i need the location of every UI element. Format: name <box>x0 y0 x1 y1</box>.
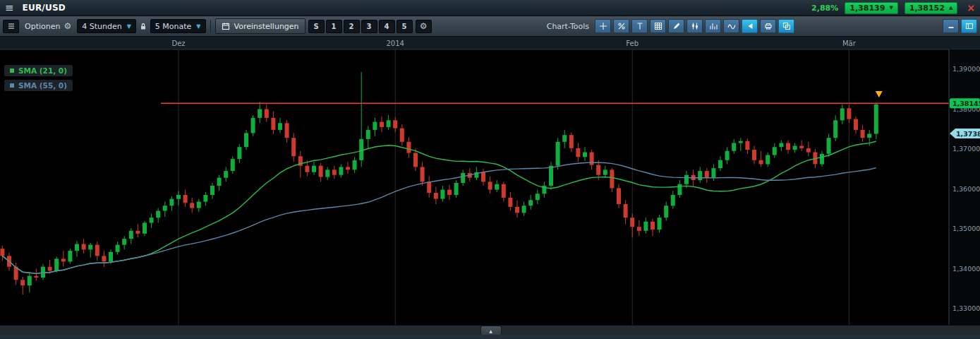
legend-item[interactable]: SMA (55, 0) <box>4 80 73 91</box>
options-button[interactable]: Optionen ⚙ <box>22 22 74 31</box>
up-arrow-icon: ▲ <box>949 5 952 11</box>
presets-button[interactable]: Voreinstellungen <box>215 18 306 34</box>
chart-canvas[interactable]: Dez2014FebMär1,390001,380001,370001,3600… <box>0 37 980 325</box>
percent-tool-button[interactable] <box>613 19 629 33</box>
legend-label: SMA (21, 0) <box>18 66 67 75</box>
chevron-down-icon: ▼ <box>127 23 131 30</box>
price-axis-label: 1,36000 <box>952 185 980 193</box>
chart-area: Dez2014FebMär1,390001,380001,370001,3600… <box>0 37 980 325</box>
time-axis-strip <box>0 37 980 49</box>
tool-buttons <box>595 19 794 33</box>
gear-icon: ⚙ <box>63 22 71 30</box>
alert-price-badge: 1,38145 <box>950 98 980 108</box>
calendar-icon <box>222 22 230 30</box>
titlebar-right: 2,88% 1,38139 ▼ 1,38152 ▲ × <box>811 2 975 14</box>
chart-tools-group: Chart-Tools <box>547 19 794 33</box>
divider <box>210 20 211 32</box>
trading-chart-window: ≡ EUR/USD 2,88% 1,38139 ▼ 1,38152 ▲ × Op… <box>0 0 980 339</box>
menu-icon[interactable]: ≡ <box>5 3 14 13</box>
candlestick-series <box>0 72 878 295</box>
wave-tool-button[interactable] <box>723 19 739 33</box>
settings-button[interactable]: ⚙ <box>416 20 432 33</box>
wave-icon <box>727 22 736 30</box>
legend-swatch-icon <box>10 69 14 73</box>
chart-list-button[interactable] <box>3 20 19 33</box>
preset-buttons-group: S12345 <box>308 20 413 33</box>
sma-21-line[interactable] <box>2 141 876 273</box>
chart-tools-label: Chart-Tools <box>547 22 589 31</box>
percent-icon <box>617 22 626 30</box>
legend-label: SMA (55, 0) <box>18 81 67 90</box>
sell-price-badge[interactable]: 1,38139 ▼ <box>845 2 898 14</box>
panel-tool-button[interactable] <box>961 19 977 33</box>
draw-tool-button[interactable] <box>668 19 684 33</box>
scrollbar-grip[interactable]: ▲ <box>480 326 502 335</box>
crosshair-tool-button[interactable] <box>595 19 611 33</box>
symbol-title: EUR/USD <box>23 3 66 13</box>
price-axis-label: 1,35000 <box>952 225 980 232</box>
timeframe-value: 4 Stunden <box>82 22 121 31</box>
chart-titlebar: ≡ EUR/USD 2,88% 1,38139 ▼ 1,38152 ▲ × <box>0 0 980 16</box>
window-tools-group <box>943 19 977 33</box>
alert-marker-icon[interactable] <box>876 91 883 97</box>
panel-icon <box>965 22 974 30</box>
pointer-icon <box>746 22 754 30</box>
preset-1-button[interactable]: 1 <box>326 20 342 33</box>
horizontal-scrollbar[interactable]: ▲ <box>0 325 980 335</box>
minimize-tool-button[interactable] <box>943 19 959 33</box>
change-percent: 2,88% <box>811 4 838 13</box>
sell-price: 1,38139 <box>849 4 885 13</box>
bars-icon <box>709 22 718 30</box>
draw-icon <box>672 22 681 30</box>
time-axis-label: Mär <box>842 40 857 47</box>
price-axis-label: 1,37000 <box>952 145 980 153</box>
chart-toolbar: Optionen ⚙ 4 Stunden ▼ 5 Monate ▼ Vorein… <box>0 16 980 37</box>
legend-item[interactable]: SMA (21, 0) <box>4 65 73 76</box>
buy-price: 1,38152 <box>909 4 945 13</box>
time-axis-label: Feb <box>626 40 639 47</box>
minimize-icon <box>947 22 955 30</box>
compare-icon <box>782 22 791 30</box>
sma-55-line[interactable] <box>2 162 876 273</box>
svg-text:1,38145: 1,38145 <box>952 100 980 107</box>
compare-tool-button[interactable] <box>778 19 794 33</box>
candles-tool-button[interactable] <box>686 19 703 33</box>
range-dropdown[interactable]: 5 Monate ▼ <box>150 19 206 33</box>
price-axis-label: 1,33000 <box>952 304 980 312</box>
preset-5-button[interactable]: 5 <box>397 20 413 33</box>
current-price-badge: 1,37387 <box>950 129 980 138</box>
time-axis-label: Dez <box>171 40 185 47</box>
bars-tool-button[interactable] <box>705 19 721 33</box>
print-icon <box>764 22 773 30</box>
options-label: Optionen <box>25 22 60 31</box>
list-icon <box>7 22 16 30</box>
pointer-tool-button[interactable] <box>742 19 758 33</box>
gear-icon: ⚙ <box>420 22 428 30</box>
lock-icon[interactable] <box>139 22 147 30</box>
preset-4-button[interactable]: 4 <box>379 20 395 33</box>
grid-icon <box>654 22 663 30</box>
timeframe-dropdown[interactable]: 4 Stunden ▼ <box>77 19 136 33</box>
chevron-down-icon: ▼ <box>196 23 200 30</box>
status-strip <box>0 335 980 339</box>
preset-3-button[interactable]: 3 <box>361 20 377 33</box>
candles-icon <box>691 22 699 30</box>
price-axis-label: 1,39000 <box>952 65 980 73</box>
price-axis-label: 1,34000 <box>952 265 980 273</box>
preset-s-button[interactable]: S <box>308 20 325 33</box>
legend-swatch-icon <box>10 83 14 88</box>
time-axis-label: 2014 <box>386 40 404 47</box>
indicator-legend: SMA (21, 0)SMA (55, 0) <box>4 65 73 91</box>
crosshair-icon <box>599 22 607 30</box>
range-value: 5 Monate <box>155 22 192 31</box>
close-icon[interactable]: × <box>967 3 975 13</box>
presets-label: Voreinstellungen <box>234 22 299 31</box>
down-arrow-icon: ▼ <box>889 5 893 11</box>
grid-tool-button[interactable] <box>650 19 666 33</box>
text-icon <box>636 22 644 30</box>
print-tool-button[interactable] <box>760 19 776 33</box>
svg-text:1,37387: 1,37387 <box>956 130 980 138</box>
buy-price-badge[interactable]: 1,38152 ▲ <box>905 2 958 14</box>
preset-2-button[interactable]: 2 <box>344 20 360 33</box>
text-tool-button[interactable] <box>631 19 648 33</box>
